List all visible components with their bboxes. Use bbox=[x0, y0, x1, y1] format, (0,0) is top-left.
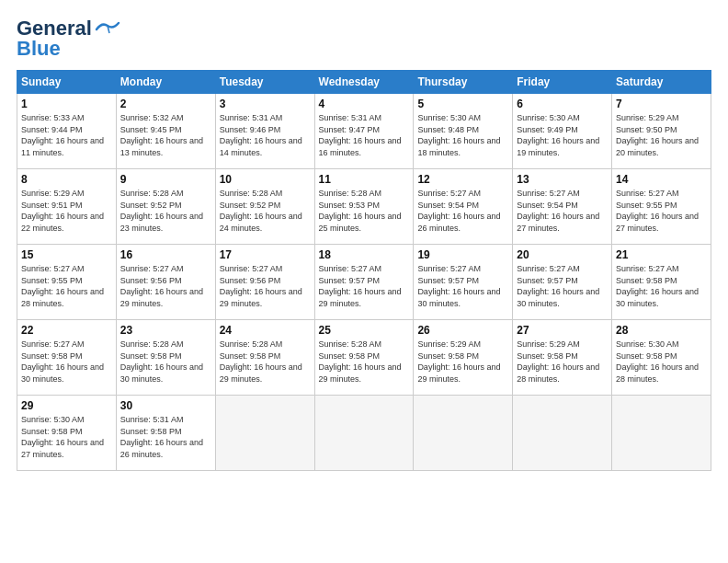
day-cell: 20Sunrise: 5:27 AMSunset: 9:57 PMDayligh… bbox=[513, 245, 612, 320]
day-number: 13 bbox=[517, 173, 608, 186]
day-number: 20 bbox=[517, 248, 608, 261]
col-header-thursday: Thursday bbox=[414, 71, 513, 94]
day-cell: 22Sunrise: 5:27 AMSunset: 9:58 PMDayligh… bbox=[17, 320, 117, 396]
logo: General Blue bbox=[17, 17, 120, 61]
header: General Blue bbox=[17, 17, 711, 61]
day-cell: 30Sunrise: 5:31 AMSunset: 9:58 PMDayligh… bbox=[116, 396, 215, 471]
week-row-3: 15Sunrise: 5:27 AMSunset: 9:55 PMDayligh… bbox=[17, 245, 711, 320]
day-info: Sunrise: 5:31 AMSunset: 9:58 PMDaylight:… bbox=[120, 414, 211, 460]
day-cell: 10Sunrise: 5:28 AMSunset: 9:52 PMDayligh… bbox=[215, 169, 314, 245]
day-number: 12 bbox=[417, 173, 508, 186]
day-cell: 21Sunrise: 5:27 AMSunset: 9:58 PMDayligh… bbox=[612, 245, 711, 320]
day-number: 14 bbox=[616, 173, 707, 186]
week-row-4: 22Sunrise: 5:27 AMSunset: 9:58 PMDayligh… bbox=[17, 320, 711, 396]
day-info: Sunrise: 5:27 AMSunset: 9:55 PMDaylight:… bbox=[616, 188, 707, 234]
day-number: 10 bbox=[220, 173, 311, 186]
calendar-table: SundayMondayTuesdayWednesdayThursdayFrid… bbox=[17, 70, 711, 471]
day-cell: 27Sunrise: 5:29 AMSunset: 9:58 PMDayligh… bbox=[513, 320, 612, 396]
logo-blue: Blue bbox=[17, 37, 61, 61]
day-info: Sunrise: 5:28 AMSunset: 9:53 PMDaylight:… bbox=[319, 188, 410, 234]
day-info: Sunrise: 5:30 AMSunset: 9:58 PMDaylight:… bbox=[21, 414, 112, 460]
day-number: 24 bbox=[220, 324, 311, 337]
day-info: Sunrise: 5:28 AMSunset: 9:52 PMDaylight:… bbox=[220, 188, 311, 234]
day-number: 18 bbox=[319, 248, 410, 261]
day-cell: 29Sunrise: 5:30 AMSunset: 9:58 PMDayligh… bbox=[17, 396, 117, 471]
day-info: Sunrise: 5:28 AMSunset: 9:58 PMDaylight:… bbox=[220, 339, 311, 385]
day-number: 16 bbox=[120, 248, 211, 261]
day-info: Sunrise: 5:27 AMSunset: 9:57 PMDaylight:… bbox=[417, 263, 508, 309]
day-number: 22 bbox=[21, 324, 112, 337]
day-cell: 6Sunrise: 5:30 AMSunset: 9:49 PMDaylight… bbox=[513, 94, 612, 169]
day-cell: 26Sunrise: 5:29 AMSunset: 9:58 PMDayligh… bbox=[414, 320, 513, 396]
day-cell: 1Sunrise: 5:33 AMSunset: 9:44 PMDaylight… bbox=[17, 94, 117, 169]
col-header-wednesday: Wednesday bbox=[314, 71, 414, 94]
day-info: Sunrise: 5:27 AMSunset: 9:57 PMDaylight:… bbox=[517, 263, 608, 309]
day-info: Sunrise: 5:31 AMSunset: 9:46 PMDaylight:… bbox=[220, 112, 311, 158]
day-cell: 7Sunrise: 5:29 AMSunset: 9:50 PMDaylight… bbox=[612, 94, 711, 169]
day-cell: 3Sunrise: 5:31 AMSunset: 9:46 PMDaylight… bbox=[215, 94, 314, 169]
day-cell: 25Sunrise: 5:28 AMSunset: 9:58 PMDayligh… bbox=[314, 320, 414, 396]
day-number: 23 bbox=[120, 324, 211, 337]
week-row-5: 29Sunrise: 5:30 AMSunset: 9:58 PMDayligh… bbox=[17, 396, 711, 471]
day-cell: 15Sunrise: 5:27 AMSunset: 9:55 PMDayligh… bbox=[17, 245, 117, 320]
day-cell bbox=[414, 396, 513, 471]
day-info: Sunrise: 5:27 AMSunset: 9:58 PMDaylight:… bbox=[616, 263, 707, 309]
day-cell: 14Sunrise: 5:27 AMSunset: 9:55 PMDayligh… bbox=[612, 169, 711, 245]
day-number: 4 bbox=[319, 98, 410, 110]
day-cell: 18Sunrise: 5:27 AMSunset: 9:57 PMDayligh… bbox=[314, 245, 414, 320]
day-info: Sunrise: 5:30 AMSunset: 9:49 PMDaylight:… bbox=[517, 112, 608, 158]
day-number: 6 bbox=[517, 98, 608, 110]
day-cell bbox=[215, 396, 314, 471]
day-cell: 11Sunrise: 5:28 AMSunset: 9:53 PMDayligh… bbox=[314, 169, 414, 245]
day-number: 8 bbox=[21, 173, 112, 186]
day-number: 26 bbox=[417, 324, 508, 337]
day-cell: 13Sunrise: 5:27 AMSunset: 9:54 PMDayligh… bbox=[513, 169, 612, 245]
day-cell: 24Sunrise: 5:28 AMSunset: 9:58 PMDayligh… bbox=[215, 320, 314, 396]
day-info: Sunrise: 5:28 AMSunset: 9:58 PMDaylight:… bbox=[120, 339, 211, 385]
day-number: 3 bbox=[220, 98, 311, 110]
day-number: 27 bbox=[517, 324, 608, 337]
day-info: Sunrise: 5:27 AMSunset: 9:57 PMDaylight:… bbox=[319, 263, 410, 309]
day-cell: 23Sunrise: 5:28 AMSunset: 9:58 PMDayligh… bbox=[116, 320, 215, 396]
day-info: Sunrise: 5:29 AMSunset: 9:50 PMDaylight:… bbox=[616, 112, 707, 158]
day-info: Sunrise: 5:30 AMSunset: 9:58 PMDaylight:… bbox=[616, 339, 707, 385]
day-number: 28 bbox=[616, 324, 707, 337]
logo-bird-icon bbox=[95, 20, 120, 39]
day-number: 7 bbox=[616, 98, 707, 110]
day-info: Sunrise: 5:30 AMSunset: 9:48 PMDaylight:… bbox=[417, 112, 508, 158]
day-cell: 19Sunrise: 5:27 AMSunset: 9:57 PMDayligh… bbox=[414, 245, 513, 320]
day-number: 29 bbox=[21, 399, 112, 412]
day-cell: 17Sunrise: 5:27 AMSunset: 9:56 PMDayligh… bbox=[215, 245, 314, 320]
day-cell: 8Sunrise: 5:29 AMSunset: 9:51 PMDaylight… bbox=[17, 169, 117, 245]
day-info: Sunrise: 5:29 AMSunset: 9:58 PMDaylight:… bbox=[417, 339, 508, 385]
day-info: Sunrise: 5:27 AMSunset: 9:55 PMDaylight:… bbox=[21, 263, 112, 309]
col-header-friday: Friday bbox=[513, 71, 612, 94]
day-cell: 28Sunrise: 5:30 AMSunset: 9:58 PMDayligh… bbox=[612, 320, 711, 396]
day-info: Sunrise: 5:32 AMSunset: 9:45 PMDaylight:… bbox=[120, 112, 211, 158]
col-header-sunday: Sunday bbox=[17, 71, 117, 94]
day-info: Sunrise: 5:27 AMSunset: 9:56 PMDaylight:… bbox=[120, 263, 211, 309]
day-number: 5 bbox=[417, 98, 508, 110]
day-number: 15 bbox=[21, 248, 112, 261]
week-row-1: 1Sunrise: 5:33 AMSunset: 9:44 PMDaylight… bbox=[17, 94, 711, 169]
day-info: Sunrise: 5:31 AMSunset: 9:47 PMDaylight:… bbox=[319, 112, 410, 158]
day-number: 17 bbox=[220, 248, 311, 261]
day-info: Sunrise: 5:27 AMSunset: 9:54 PMDaylight:… bbox=[517, 188, 608, 234]
day-info: Sunrise: 5:33 AMSunset: 9:44 PMDaylight:… bbox=[21, 112, 112, 158]
day-cell: 5Sunrise: 5:30 AMSunset: 9:48 PMDaylight… bbox=[414, 94, 513, 169]
day-number: 21 bbox=[616, 248, 707, 261]
day-cell: 9Sunrise: 5:28 AMSunset: 9:52 PMDaylight… bbox=[116, 169, 215, 245]
day-info: Sunrise: 5:28 AMSunset: 9:52 PMDaylight:… bbox=[120, 188, 211, 234]
day-number: 25 bbox=[319, 324, 410, 337]
day-number: 2 bbox=[120, 98, 211, 110]
day-cell: 4Sunrise: 5:31 AMSunset: 9:47 PMDaylight… bbox=[314, 94, 414, 169]
day-info: Sunrise: 5:27 AMSunset: 9:58 PMDaylight:… bbox=[21, 339, 112, 385]
day-number: 11 bbox=[319, 173, 410, 186]
day-number: 1 bbox=[21, 98, 112, 110]
day-info: Sunrise: 5:29 AMSunset: 9:51 PMDaylight:… bbox=[21, 188, 112, 234]
day-cell bbox=[513, 396, 612, 471]
day-cell bbox=[612, 396, 711, 471]
day-cell bbox=[314, 396, 414, 471]
day-cell: 12Sunrise: 5:27 AMSunset: 9:54 PMDayligh… bbox=[414, 169, 513, 245]
col-header-tuesday: Tuesday bbox=[215, 71, 314, 94]
